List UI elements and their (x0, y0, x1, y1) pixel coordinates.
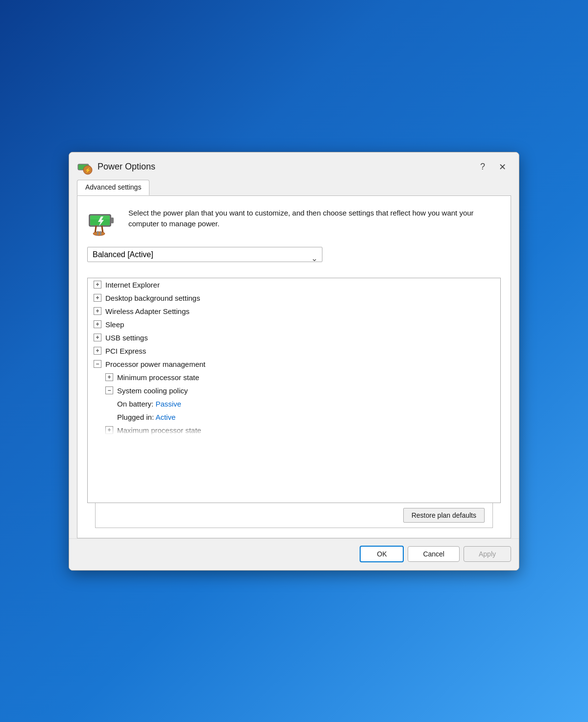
tree-item-usb-settings[interactable]: + USB settings (88, 331, 500, 344)
tree-item-plugged-in[interactable]: Plugged in: Active (88, 410, 500, 424)
ok-button[interactable]: OK (360, 546, 404, 562)
restore-defaults-row: Restore plan defaults (95, 503, 493, 528)
title-bar-left: ⚡ Power Options (77, 159, 155, 175)
svg-rect-6 (111, 217, 114, 223)
tree-item-label: Internet Explorer (105, 281, 160, 289)
dialog-window: ⚡ Power Options ? ✕ Advanced settings (69, 152, 519, 571)
expand-icon[interactable]: + (105, 426, 113, 434)
close-button[interactable]: ✕ (493, 158, 511, 176)
apply-button[interactable]: Apply (464, 546, 511, 562)
tree-item-label: USB settings (105, 334, 148, 342)
tree-item-label: On battery: Passive (117, 400, 181, 408)
description-text: Select the power plan that you want to c… (128, 206, 501, 230)
svg-text:⚡: ⚡ (85, 167, 91, 173)
tree-item-wireless-adapter[interactable]: + Wireless Adapter Settings (88, 305, 500, 318)
tree-item-label: Sleep (105, 320, 124, 329)
expand-icon[interactable]: + (94, 307, 101, 315)
plugged-in-value: Active (155, 413, 175, 421)
tab-advanced-settings[interactable]: Advanced settings (77, 180, 149, 195)
power-plan-select[interactable]: Balanced [Active]Power saverHigh perform… (87, 247, 322, 262)
power-icon-wrapper (87, 206, 119, 237)
tree-item-label: Desktop background settings (105, 294, 200, 302)
tree-item-label: PCI Express (105, 347, 146, 355)
tree-item-label: Processor power management (105, 360, 205, 368)
expand-icon[interactable]: + (105, 373, 113, 381)
collapse-icon[interactable]: − (94, 360, 101, 368)
svg-rect-14 (100, 231, 101, 235)
title-bar-controls: ? ✕ (474, 158, 511, 176)
description-area: Select the power plan that you want to c… (87, 206, 501, 237)
expand-icon[interactable]: + (94, 347, 101, 355)
power-options-icon: ⚡ (77, 159, 93, 175)
collapse-icon[interactable]: − (105, 386, 113, 394)
restore-plan-defaults-button[interactable]: Restore plan defaults (403, 508, 485, 523)
power-plan-select-wrapper[interactable]: Balanced [Active]Power saverHigh perform… (87, 247, 322, 270)
tree-item-label: Maximum processor state (117, 426, 201, 434)
tree-item-system-cooling[interactable]: − System cooling policy (88, 384, 500, 397)
title-bar: ⚡ Power Options ? ✕ (69, 152, 519, 176)
expand-icon[interactable]: + (94, 294, 101, 302)
tree-item-max-processor[interactable]: + Maximum processor state (88, 424, 500, 435)
main-panel: Select the power plan that you want to c… (77, 195, 511, 538)
cancel-button[interactable]: Cancel (408, 546, 460, 562)
expand-icon[interactable]: + (94, 320, 101, 328)
tree-item-on-battery[interactable]: On battery: Passive (88, 397, 500, 410)
svg-point-12 (93, 232, 105, 236)
power-large-icon (87, 206, 119, 237)
tree-item-label: Minimum processor state (117, 373, 199, 382)
expand-icon[interactable]: + (94, 281, 101, 289)
svg-rect-13 (97, 231, 98, 235)
tree-item-label: System cooling policy (117, 386, 188, 395)
settings-tree[interactable]: + Internet Explorer + Desktop background… (87, 278, 501, 503)
tree-item-label: Wireless Adapter Settings (105, 307, 190, 315)
dialog-footer: OK Cancel Apply (69, 538, 519, 570)
tree-item-desktop-background[interactable]: + Desktop background settings (88, 291, 500, 305)
help-button[interactable]: ? (474, 158, 491, 176)
tab-bar: Advanced settings (69, 176, 519, 195)
tree-item-pci-express[interactable]: + PCI Express (88, 344, 500, 358)
window-title: Power Options (98, 162, 155, 172)
on-battery-value: Passive (155, 400, 181, 408)
tree-item-internet-explorer[interactable]: + Internet Explorer (88, 278, 500, 291)
expand-icon[interactable]: + (94, 334, 101, 341)
tree-item-min-processor[interactable]: + Minimum processor state (88, 371, 500, 384)
tree-item-label: Plugged in: Active (117, 413, 175, 421)
tree-item-processor-power[interactable]: − Processor power management (88, 358, 500, 371)
tree-item-sleep[interactable]: + Sleep (88, 318, 500, 331)
